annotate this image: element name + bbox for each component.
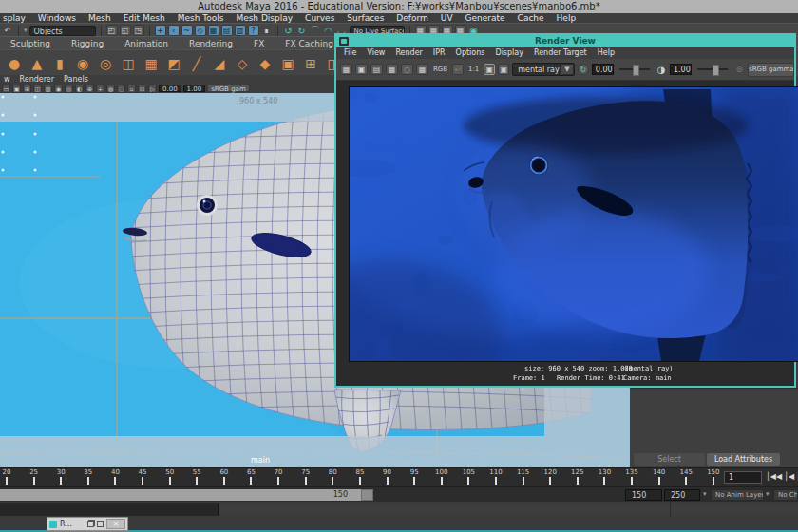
- menu-item[interactable]: Edit Mesh: [124, 13, 165, 23]
- menu-item[interactable]: Help: [557, 13, 577, 23]
- time-tick[interactable]: 85: [353, 468, 367, 487]
- undo-icon[interactable]: ↶: [2, 25, 13, 36]
- viewport-gamma-field[interactable]: 1.00: [183, 85, 206, 92]
- maximize-icon[interactable]: [97, 521, 104, 527]
- time-tick[interactable]: 70: [272, 468, 285, 487]
- menu-item[interactable]: splay: [3, 13, 26, 23]
- playback-end-field[interactable]: 250: [664, 489, 700, 501]
- snap-icon[interactable]: ‹: [168, 25, 180, 36]
- time-tick[interactable]: 35: [82, 468, 95, 487]
- construction-icon[interactable]: ⌒: [310, 25, 321, 36]
- time-tick[interactable]: 125: [571, 468, 584, 487]
- time-tick[interactable]: 25: [28, 468, 41, 487]
- time-tick[interactable]: 110: [489, 468, 503, 487]
- render-view-window[interactable]: Render View FileViewRenderIPROptionsDisp…: [334, 33, 796, 388]
- time-tick[interactable]: 55: [190, 468, 203, 487]
- time-tick[interactable]: 65: [244, 468, 257, 487]
- renderer-dropdown[interactable]: mental ray▼: [512, 63, 575, 76]
- viewport-toolbar-icon[interactable]: ⊕: [86, 85, 94, 93]
- remove-image-icon[interactable]: ▣: [498, 64, 509, 75]
- chevron-down-icon[interactable]: ▾: [24, 27, 28, 34]
- time-tick[interactable]: 130: [598, 468, 611, 487]
- time-tick[interactable]: 140: [653, 468, 666, 487]
- viewport-toolbar-icon[interactable]: ◫: [33, 85, 42, 93]
- snap-icon[interactable]: ▤: [221, 25, 233, 36]
- minimized-window-titlebar[interactable]: R... ×: [47, 517, 128, 531]
- construction-icon[interactable]: ◠: [323, 25, 334, 36]
- viewport-colorspace-field[interactable]: sRGB gam: [207, 85, 250, 92]
- shelf-tool-icon[interactable]: ⊞: [301, 54, 320, 73]
- shelf-tool-icon[interactable]: ◩: [164, 54, 183, 73]
- menu-item[interactable]: UV: [441, 13, 453, 23]
- undo-image-icon[interactable]: ↩: [452, 64, 464, 75]
- chevron-down-icon[interactable]: ▼: [561, 65, 573, 74]
- time-tick[interactable]: 145: [679, 468, 693, 487]
- shelf-tool-icon[interactable]: ◫: [119, 54, 138, 73]
- panel-menu-item[interactable]: Renderer: [20, 75, 55, 84]
- menu-item[interactable]: Deform: [396, 13, 428, 23]
- render-button-icon[interactable]: ▣: [355, 64, 368, 75]
- time-tick[interactable]: 60: [218, 468, 231, 487]
- time-tick[interactable]: 50: [163, 468, 177, 487]
- construction-icon[interactable]: ↺: [283, 25, 294, 36]
- select-button[interactable]: Select: [634, 453, 705, 466]
- menu-item[interactable]: Mesh Tools: [178, 13, 224, 23]
- viewport-toolbar-icon[interactable]: ▫: [127, 85, 136, 93]
- render-view-menu-item[interactable]: Render: [395, 48, 422, 59]
- time-tick[interactable]: 120: [543, 468, 557, 487]
- menu-item[interactable]: Mesh Display: [236, 13, 293, 23]
- viewport-toolbar-icon[interactable]: ⊡: [138, 85, 146, 93]
- character-set-dropdown[interactable]: No Cha: [773, 489, 798, 501]
- playback-button[interactable]: │◀◀: [766, 472, 782, 481]
- command-line-input[interactable]: [0, 503, 219, 516]
- rgb-channel-icon[interactable]: RGB: [431, 66, 449, 73]
- time-tick[interactable]: 115: [517, 468, 530, 487]
- render-view-menu-item[interactable]: File: [344, 48, 356, 59]
- snap-icon[interactable]: ?: [248, 25, 259, 36]
- gamma-slider[interactable]: [697, 68, 729, 70]
- time-tick[interactable]: 135: [625, 468, 638, 487]
- shelf-tab[interactable]: Rendering: [179, 39, 243, 48]
- exposure-slider[interactable]: [619, 68, 651, 70]
- time-tick[interactable]: 75: [299, 468, 313, 487]
- menu-item[interactable]: Mesh: [88, 13, 111, 23]
- viewport-toolbar-icon[interactable]: ▭: [2, 85, 10, 93]
- snap-icon[interactable]: ▧: [235, 25, 246, 36]
- anim-layer-dropdown[interactable]: No Anim Layer: [711, 489, 764, 501]
- shelf-tool-icon[interactable]: ●: [5, 54, 24, 73]
- shelf-tool-icon[interactable]: ╱: [187, 54, 206, 73]
- time-tick[interactable]: 80: [326, 468, 339, 487]
- time-tick[interactable]: 30: [54, 468, 67, 487]
- time-tick[interactable]: 20: [0, 468, 13, 487]
- menu-item[interactable]: Cache: [518, 13, 544, 23]
- time-tick[interactable]: 40: [108, 468, 122, 487]
- playback-button[interactable]: │◀: [784, 472, 794, 481]
- snap-icon[interactable]: ▦: [208, 25, 219, 36]
- panel-menu-item[interactable]: Panels: [64, 75, 88, 84]
- refresh-icon[interactable]: ↻: [578, 64, 589, 75]
- exposure-field[interactable]: 0.00: [592, 64, 614, 75]
- rendered-image[interactable]: [350, 87, 798, 361]
- render-view-menu-item[interactable]: IPR: [433, 48, 446, 59]
- viewport-toolbar-icon[interactable]: ◎: [65, 85, 73, 93]
- selection-mode-icon[interactable]: ◰: [106, 25, 118, 36]
- render-view-title-bar[interactable]: Render View: [336, 35, 794, 48]
- viewport-toolbar-icon[interactable]: ▥: [44, 85, 52, 93]
- render-view-menu-item[interactable]: Render Target: [534, 48, 587, 59]
- shelf-tab[interactable]: Sculpting: [0, 39, 61, 48]
- menu-item[interactable]: Generate: [466, 13, 505, 23]
- time-slider[interactable]: 20 25 30 35 40 45 50 55 60 65 70 75 80 8…: [0, 467, 798, 487]
- time-tick[interactable]: 90: [381, 468, 394, 487]
- viewport-toolbar-icon[interactable]: ◐: [75, 85, 84, 93]
- colorspace-dropdown[interactable]: sRGB gamma: [748, 63, 794, 77]
- snap-icon[interactable]: +: [155, 25, 166, 36]
- close-icon[interactable]: ×: [106, 519, 125, 529]
- shelf-tab[interactable]: FX: [243, 39, 275, 48]
- menu-item[interactable]: Surfaces: [347, 13, 384, 23]
- viewport-toolbar-icon[interactable]: +: [96, 85, 104, 93]
- shelf-tab[interactable]: Animation: [114, 39, 179, 48]
- snap-icon[interactable]: ~: [181, 25, 193, 36]
- viewport-toolbar-icon[interactable]: ⊞: [23, 85, 31, 93]
- keep-image-icon[interactable]: ▣: [484, 64, 495, 75]
- menu-item[interactable]: Windows: [38, 13, 76, 23]
